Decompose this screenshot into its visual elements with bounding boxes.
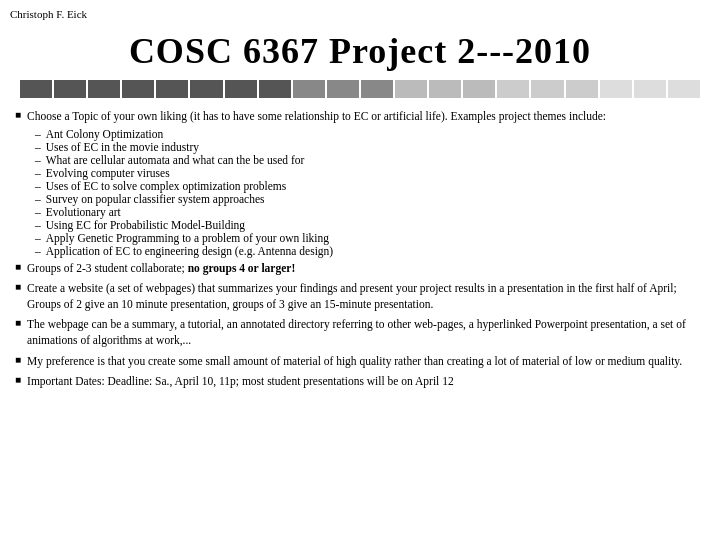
seg-12 — [395, 80, 427, 98]
bullet-text-1: Choose a Topic of your own liking (it ha… — [27, 108, 606, 124]
dash-icon: – — [35, 180, 41, 192]
bullet-icon-4: ■ — [15, 317, 21, 328]
dash-icon: – — [35, 206, 41, 218]
author-label: Christoph F. Eick — [10, 8, 87, 20]
sub-text-1-6: Survey on popular classifier system appr… — [46, 193, 265, 205]
seg-8 — [259, 80, 291, 98]
bullet-text-5: My preference is that you create some sm… — [27, 353, 682, 369]
dash-icon: – — [35, 245, 41, 257]
seg-3 — [88, 80, 120, 98]
dash-icon: – — [35, 193, 41, 205]
dash-icon: – — [35, 232, 41, 244]
sub-item-1-3: – What are cellular automata and what ca… — [35, 154, 705, 166]
dash-icon: – — [35, 128, 41, 140]
dash-icon: – — [35, 141, 41, 153]
progress-bar — [20, 80, 700, 98]
seg-5 — [156, 80, 188, 98]
bullet-2: ■ Groups of 2-3 student collaborate; no … — [15, 260, 705, 276]
sub-item-1-5: – Uses of EC to solve complex optimizati… — [35, 180, 705, 192]
seg-11 — [361, 80, 393, 98]
sub-text-1-9: Apply Genetic Programming to a problem o… — [46, 232, 329, 244]
sub-text-1-2: Uses of EC in the movie industry — [46, 141, 199, 153]
bullet-icon-2: ■ — [15, 261, 21, 272]
sub-item-1-8: – Using EC for Probabilistic Model-Build… — [35, 219, 705, 231]
bullet-4: ■ The webpage can be a summary, a tutori… — [15, 316, 705, 348]
sub-item-1-1: – Ant Colony Optimization — [35, 128, 705, 140]
sub-item-1-9: – Apply Genetic Programming to a problem… — [35, 232, 705, 244]
bullet-text-6: Important Dates: Deadline: Sa., April 10… — [27, 373, 454, 389]
bullet-text-2: Groups of 2-3 student collaborate; no gr… — [27, 260, 295, 276]
bullet-text-4: The webpage can be a summary, a tutorial… — [27, 316, 705, 348]
sub-item-1-6: – Survey on popular classifier system ap… — [35, 193, 705, 205]
bullet-icon-3: ■ — [15, 281, 21, 292]
bullet-2-plain: Groups of 2-3 student collaborate; — [27, 262, 188, 274]
seg-9 — [293, 80, 325, 98]
seg-2 — [54, 80, 86, 98]
seg-6 — [190, 80, 222, 98]
sub-item-1-2: – Uses of EC in the movie industry — [35, 141, 705, 153]
dash-icon: – — [35, 219, 41, 231]
seg-15 — [497, 80, 529, 98]
seg-19 — [634, 80, 666, 98]
bullet-icon-5: ■ — [15, 354, 21, 365]
page-title: COSC 6367 Project 2---2010 — [0, 30, 720, 72]
bullet-text-3: Create a website (a set of webpages) tha… — [27, 280, 705, 312]
seg-10 — [327, 80, 359, 98]
sub-text-1-8: Using EC for Probabilistic Model-Buildin… — [46, 219, 245, 231]
sub-list-1: – Ant Colony Optimization – Uses of EC i… — [35, 128, 705, 257]
sub-item-1-10: – Application of EC to engineering desig… — [35, 245, 705, 257]
sub-text-1-5: Uses of EC to solve complex optimization… — [46, 180, 287, 192]
sub-text-1-4: Evolving computer viruses — [46, 167, 170, 179]
seg-16 — [531, 80, 563, 98]
bullet-1: ■ Choose a Topic of your own liking (it … — [15, 108, 705, 124]
seg-18 — [600, 80, 632, 98]
sub-text-1-7: Evolutionary art — [46, 206, 121, 218]
bullet-5: ■ My preference is that you create some … — [15, 353, 705, 369]
seg-20 — [668, 80, 700, 98]
seg-7 — [225, 80, 257, 98]
bullet-2-bold: no groups 4 or larger! — [188, 262, 296, 274]
sub-text-1-1: Ant Colony Optimization — [46, 128, 164, 140]
sub-text-1-10: Application of EC to engineering design … — [46, 245, 333, 257]
dash-icon: – — [35, 167, 41, 179]
bullet-3: ■ Create a website (a set of webpages) t… — [15, 280, 705, 312]
bullet-icon-1: ■ — [15, 109, 21, 120]
seg-4 — [122, 80, 154, 98]
bullet-icon-6: ■ — [15, 374, 21, 385]
main-content: ■ Choose a Topic of your own liking (it … — [0, 108, 720, 389]
seg-1 — [20, 80, 52, 98]
sub-item-1-7: – Evolutionary art — [35, 206, 705, 218]
seg-13 — [429, 80, 461, 98]
seg-17 — [566, 80, 598, 98]
sub-item-1-4: – Evolving computer viruses — [35, 167, 705, 179]
dash-icon: – — [35, 154, 41, 166]
bullet-6: ■ Important Dates: Deadline: Sa., April … — [15, 373, 705, 389]
sub-text-1-3: What are cellular automata and what can … — [46, 154, 305, 166]
seg-14 — [463, 80, 495, 98]
